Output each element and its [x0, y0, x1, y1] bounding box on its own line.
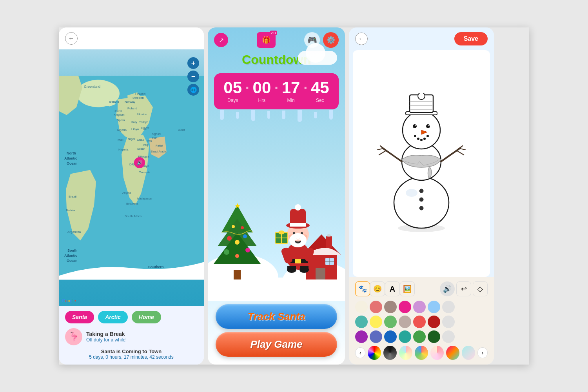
svg-point-100 — [419, 189, 423, 193]
color-swatch-darkblue[interactable] — [384, 330, 397, 343]
svg-text:Atlantic: Atlantic — [64, 156, 77, 160]
color-swatch-pink[interactable] — [399, 301, 411, 313]
share-button[interactable]: ↗ — [214, 33, 228, 47]
pattern-dark1[interactable] — [383, 346, 397, 360]
svg-text:Greenland: Greenland — [84, 85, 100, 89]
emoji-tool-button[interactable]: 😊 — [370, 281, 385, 296]
santa-tab[interactable]: Santa — [65, 311, 94, 323]
svg-point-114 — [428, 125, 430, 126]
color-swatch-green[interactable] — [384, 316, 397, 328]
pattern-pastel1[interactable] — [399, 346, 412, 360]
save-button[interactable]: Save — [454, 32, 488, 45]
volume-button[interactable]: 🔊 — [440, 281, 455, 296]
svg-text:Norway: Norway — [125, 100, 135, 103]
svg-text:stan: stan — [152, 136, 157, 139]
color-swatch-white[interactable] — [355, 301, 368, 313]
color-swatch-yellow[interactable] — [370, 316, 382, 328]
svg-text:Spain: Spain — [117, 118, 125, 122]
home-tab[interactable]: Home — [132, 311, 161, 323]
svg-text:Afghani: Afghani — [152, 132, 161, 136]
map-background: Greenland Iceland Finland Sweden Norway … — [59, 49, 204, 306]
main-container: ← — [0, 0, 588, 392]
svg-text:Libya: Libya — [131, 127, 139, 131]
map-area: Greenland Iceland Finland Sweden Norway … — [59, 49, 204, 306]
draw-back-button[interactable]: ← — [355, 33, 368, 45]
pattern-light1[interactable] — [462, 346, 475, 360]
color-swatch-gray3[interactable] — [442, 330, 455, 343]
undo-button[interactable]: ↩ — [456, 281, 471, 296]
svg-point-113 — [415, 125, 416, 126]
color-swatch-darkgreen[interactable] — [413, 330, 426, 343]
brush-icon: 🐾 — [358, 285, 367, 293]
track-santa-button[interactable]: Track Santa — [216, 304, 337, 329]
pattern-next-button[interactable]: › — [477, 347, 488, 358]
svg-line-127 — [460, 149, 465, 150]
svg-line-126 — [457, 151, 464, 155]
color-swatch-brown[interactable] — [384, 301, 397, 313]
color-swatch-darkteal[interactable] — [399, 330, 411, 343]
color-swatch-taupe[interactable] — [399, 316, 411, 328]
settings-button[interactable]: ⚙️ — [323, 32, 339, 48]
location-button[interactable]: 🌐 — [187, 84, 199, 96]
svg-marker-51 — [214, 232, 261, 264]
svg-text:Chad: Chad — [137, 138, 144, 142]
seconds-value: 45 — [311, 80, 329, 96]
color-swatch-red[interactable] — [413, 316, 426, 328]
svg-rect-81 — [290, 223, 306, 227]
svg-point-119 — [426, 135, 429, 137]
color-swatch-gray2[interactable] — [442, 316, 455, 328]
ad-container: 🎁 AD — [257, 32, 276, 48]
status-row: 🦩 Taking a Break Off duty for a while! — [65, 328, 198, 345]
svg-point-111 — [413, 124, 417, 128]
pattern-stripe1[interactable] — [415, 346, 428, 360]
pattern-rainbow2[interactable] — [446, 346, 459, 360]
svg-line-122 — [379, 151, 386, 155]
svg-rect-68 — [326, 236, 332, 248]
pattern-rainbow1[interactable] — [368, 346, 381, 360]
svg-text:Sudan: Sudan — [137, 147, 145, 150]
image-icon: 🖼️ — [403, 285, 412, 293]
svg-point-99 — [406, 189, 417, 197]
svg-point-115 — [414, 135, 416, 137]
brush-tool-button[interactable]: 🐾 — [355, 281, 370, 296]
svg-text:Iceland: Iceland — [109, 100, 119, 103]
svg-text:Egypt: Egypt — [141, 126, 149, 130]
color-row-3 — [352, 329, 491, 344]
zoom-out-button[interactable]: − — [187, 71, 199, 82]
color-swatch-purple[interactable] — [355, 330, 368, 343]
svg-point-102 — [419, 206, 423, 210]
color-swatch-teal[interactable] — [355, 316, 368, 328]
tool-icons-row: 🐾 😊 A 🖼️ 🔊 ↩ — [352, 280, 491, 298]
svg-rect-72 — [295, 259, 301, 263]
color-swatch-lightpurple[interactable] — [413, 301, 426, 313]
svg-point-55 — [243, 234, 247, 238]
color-swatch-lightblue[interactable] — [428, 301, 440, 313]
eraser-button[interactable]: ◇ — [473, 281, 488, 296]
svg-text:Bolivia: Bolivia — [66, 209, 75, 212]
svg-text:Atlantic: Atlantic — [64, 254, 77, 258]
svg-point-80 — [295, 204, 301, 211]
arctic-tab[interactable]: Arctic — [98, 311, 128, 323]
color-swatch-lightgray[interactable] — [442, 301, 455, 313]
svg-text:Madagascar: Madagascar — [137, 197, 152, 200]
map-back-button[interactable]: ← — [65, 32, 78, 45]
play-game-button[interactable]: Play Game — [216, 332, 337, 357]
pattern-warm1[interactable] — [430, 346, 444, 360]
seconds-label: Sec — [316, 98, 324, 103]
days-label: Days — [227, 98, 238, 103]
days-unit: 05 Days — [223, 80, 242, 103]
svg-text:akhst: akhst — [178, 129, 185, 131]
pattern-prev-button[interactable]: ‹ — [355, 347, 365, 358]
color-swatch-indigo[interactable] — [370, 330, 382, 343]
svg-text:Tanzania: Tanzania — [139, 171, 150, 174]
color-swatch-lightred[interactable] — [370, 301, 382, 313]
svg-text:Ocean: Ocean — [67, 259, 78, 263]
color-swatch-verydarkgreen[interactable] — [428, 330, 440, 343]
zoom-in-button[interactable]: + — [187, 57, 199, 69]
svg-text:Brazil: Brazil — [69, 195, 76, 198]
undo-icon: ↩ — [461, 285, 467, 293]
image-tool-button[interactable]: 🖼️ — [400, 281, 415, 296]
drawing-canvas[interactable] — [353, 50, 490, 277]
text-tool-button[interactable]: A — [385, 281, 400, 296]
color-swatch-darkred[interactable] — [428, 316, 440, 328]
